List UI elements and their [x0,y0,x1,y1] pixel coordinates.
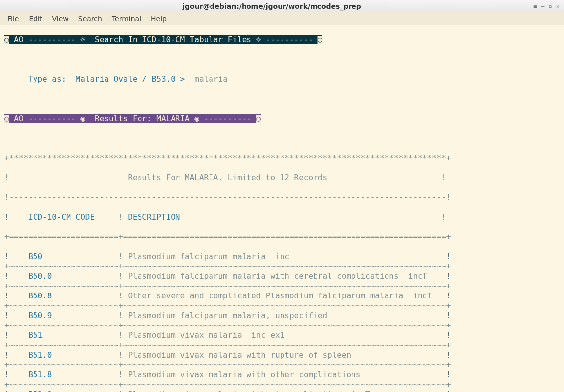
row-separator: +~~~~~~~~~~~~~~~~~~~~~~~+~~~~~~~~~~~~~~~… [4,301,560,311]
row-separator: +~~~~~~~~~~~~~~~~~~~~~~~+~~~~~~~~~~~~~~~… [4,360,560,370]
minimize-left-icon[interactable]: – [0,2,10,10]
menu-help[interactable]: Help [151,15,167,23]
desc-cell: Plasmodium falciparum malaria with cereb… [123,271,446,281]
prompt-label: Type as: Malaria Ovale / B53.0 > [28,74,185,84]
menu-file[interactable]: File [7,15,19,23]
menu-terminal[interactable]: Terminal [112,15,141,23]
row-separator: +~~~~~~~~~~~~~~~~~~~~~~~+~~~~~~~~~~~~~~~… [4,340,560,350]
menu-search[interactable]: Search [78,15,102,23]
maximize-icon[interactable]: ▫ [549,3,552,10]
table-row: ! B51.8 ! Plasmodium vivax malaria with … [4,370,560,380]
table-row: ! B51.0 ! Plasmodium vivax malaria with … [4,350,560,360]
search-input-value[interactable]: malaria [194,74,227,84]
code-cell: B50 [28,252,113,261]
code-cell: B51.0 [28,350,113,359]
table-title-row: ! Results For MALARIA. Limited to 12 Rec… [4,173,560,183]
table-row: ! B51 ! Plasmodium vivax malaria inc ex1… [4,330,560,340]
desc-cell: Plasmodium vivax malaria with rupture of… [123,350,446,359]
close-icon[interactable]: ✕ [556,3,560,10]
menu-view[interactable]: View [52,15,69,23]
menu-edit[interactable]: Edit [29,15,42,23]
search-header-bar: ◙ ΑΩ ---------- ☼ Search In ICD-10-CM Ta… [4,35,322,44]
window-title: jgour@debian:/home/jgour/work/mcodes_pre… [10,2,533,10]
desc-cell: Plasmodium vivax malaria with other comp… [123,370,446,379]
code-cell: B51.8 [28,370,113,379]
row-separator: +~~~~~~~~~~~~~~~~~~~~~~~+~~~~~~~~~~~~~~~… [4,261,560,271]
border-dash-1: !---------------------------------------… [4,193,560,202]
table-header-row: ! ICD-10-CM CODE ! DESCRIPTION ! [4,212,560,222]
table-row: ! B50.8 ! Other severe and complicated P… [4,291,560,301]
desc-cell: Other severe and complicated Plasmodium … [123,291,446,300]
row-separator: +~~~~~~~~~~~~~~~~~~~~~~~+~~~~~~~~~~~~~~~… [4,281,560,291]
table-row: ! B50 ! Plasmodium falciparum malaria in… [4,252,560,261]
desc-cell: Plasmodium vivax malaria without complic… [123,390,446,392]
table-row: ! B50.0 ! Plasmodium falciparum malaria … [4,271,560,281]
menu-bar: File Edit View Search Terminal Help [0,12,564,25]
code-cell: B50.8 [28,291,113,300]
row-separator: +~~~~~~~~~~~~~~~~~~~~~~~+~~~~~~~~~~~~~~~… [4,380,560,390]
desc-cell: Plasmodium falciparum malaria, unspecifi… [123,311,446,320]
terminal-output[interactable]: ◙ ΑΩ ---------- ☼ Search In ICD-10-CM Ta… [0,25,564,392]
code-cell: B51.9 [28,390,113,392]
shade-icon[interactable]: ≡ [533,3,537,10]
border-equals: +=======================+===============… [4,232,560,242]
table-row: ! B51.9 ! Plasmodium vivax malaria witho… [4,390,560,392]
table-row: ! B50.9 ! Plasmodium falciparum malaria,… [4,311,560,321]
results-header-bar: ◙ ΑΩ ---------- ◉ Results For: MALARIA ◉… [4,114,261,123]
window-titlebar: – jgour@debian:/home/jgour/work/mcodes_p… [0,0,564,12]
row-separator: +~~~~~~~~~~~~~~~~~~~~~~~+~~~~~~~~~~~~~~~… [4,321,560,330]
desc-cell: Plasmodium vivax malaria inc ex1 [123,330,446,340]
desc-cell: Plasmodium falciparum malaria inc [123,252,446,261]
code-cell: B50.0 [28,271,113,281]
code-cell: B50.9 [28,311,113,320]
code-cell: B51 [28,330,113,340]
minimize-icon[interactable]: — [541,3,544,10]
border-top: +***************************************… [4,153,560,163]
